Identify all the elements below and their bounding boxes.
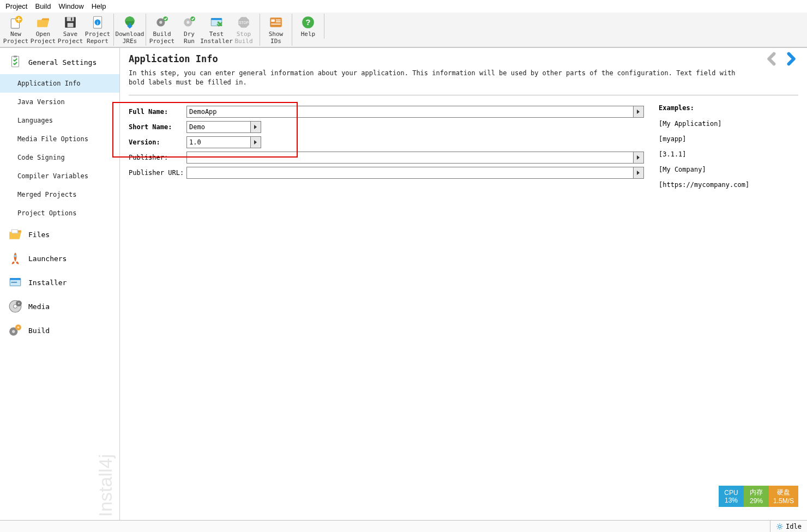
chevron-right-icon [636, 109, 641, 114]
svg-rect-5 [67, 17, 74, 21]
field-label: Publisher URL: [129, 169, 186, 177]
toolbar-label: Project Report [85, 31, 110, 45]
sidebar-item-merged-projects[interactable]: Merged Projects [0, 185, 119, 204]
nav-next-button[interactable] [783, 51, 798, 66]
toolbar-label: Test Installer [200, 31, 233, 45]
field-menu-button[interactable] [633, 167, 644, 179]
gear-icon [776, 523, 784, 530]
test-installer-icon [209, 15, 224, 29]
sidebar-item-java-version[interactable]: Java Version [0, 93, 119, 111]
svg-rect-30 [12, 229, 18, 233]
test-installer-button[interactable]: Test Installer [203, 14, 230, 46]
toolbar-label: Help [301, 31, 316, 38]
svg-rect-21 [270, 17, 282, 27]
nav-prev-button[interactable] [764, 51, 780, 66]
sidebar-section-build[interactable]: Build [0, 318, 119, 342]
chevron-right-icon [636, 155, 641, 160]
svg-rect-34 [11, 282, 17, 283]
menu-help[interactable]: Help [88, 1, 110, 11]
svg-rect-19 [211, 18, 222, 20]
show-ids-icon [269, 15, 283, 29]
svg-point-13 [159, 21, 162, 23]
example-text: [https://mycompany.com] [659, 177, 761, 192]
field-input-publisher[interactable] [186, 152, 634, 164]
sidebar-item-code-signing[interactable]: Code Signing [0, 148, 119, 167]
menu-project[interactable]: Project [2, 1, 31, 11]
form-row: Publisher: [129, 150, 652, 165]
form-fields: Full Name:Short Name:Version:Publisher:P… [129, 104, 652, 192]
statusbar: Idle [0, 520, 807, 532]
sidebar-section-launchers[interactable]: Launchers [0, 246, 119, 270]
field-label: Short Name: [129, 123, 186, 131]
svg-point-43 [779, 525, 781, 528]
svg-text:?: ? [305, 17, 310, 27]
chevron-right-icon [254, 140, 258, 145]
sidebar-item-project-options[interactable]: Project Options [0, 204, 119, 222]
sidebar-section-installer[interactable]: Installer [0, 270, 119, 294]
svg-point-42 [17, 327, 19, 329]
field-menu-button[interactable] [633, 106, 644, 118]
stop-build-icon: STOP [237, 15, 251, 29]
toolbar-label: Open Project [31, 31, 56, 45]
launchers-icon [8, 251, 23, 266]
show-ids-button[interactable]: Show IDs [262, 14, 290, 46]
svg-rect-7 [71, 17, 72, 20]
sidebar-item-languages[interactable]: Languages [0, 111, 119, 130]
field-menu-button[interactable] [633, 152, 644, 164]
example-text: [My Company] [659, 162, 761, 177]
download-jres-icon [123, 15, 137, 29]
sidebar-section-label: Media [28, 303, 50, 311]
field-input-full-name[interactable] [186, 106, 634, 118]
sidebar-section-label: Launchers [28, 255, 67, 263]
form-row: Publisher URL: [129, 165, 652, 180]
svg-line-51 [781, 524, 782, 524]
svg-rect-6 [68, 23, 74, 27]
project-report-button[interactable]: iProject Report [84, 14, 111, 46]
menu-window[interactable]: Window [55, 1, 87, 11]
field-input-publisher-url[interactable] [186, 167, 634, 179]
form-row: Short Name: [129, 119, 652, 135]
field-menu-button[interactable] [250, 136, 261, 148]
sidebar-section-label: Files [28, 231, 50, 239]
svg-point-16 [186, 21, 189, 23]
new-project-button[interactable]: New Project [2, 14, 29, 46]
chevron-right-icon [254, 124, 258, 130]
dry-run-button[interactable]: Dry Run [176, 14, 203, 46]
installer-icon [8, 275, 23, 290]
status-idle: Idle [770, 521, 807, 532]
sidebar-section-files[interactable]: Files [0, 222, 119, 246]
sidebar-item-media-file-options[interactable]: Media File Options [0, 130, 119, 148]
sidebar-item-application-info[interactable]: Application Info [0, 74, 119, 93]
sidebar-section-general-settings[interactable]: General Settings [0, 50, 119, 74]
svg-text:STOP: STOP [239, 21, 249, 25]
toolbar-label: New Project [3, 31, 28, 45]
build-icon [8, 323, 23, 338]
svg-text:i: i [97, 20, 98, 26]
stop-build-button: STOPStop Build [230, 14, 257, 46]
perf-disk: 硬盘 1.5M/S [769, 486, 798, 507]
sidebar-section-label: Build [28, 327, 50, 335]
open-project-icon [36, 15, 50, 29]
field-input-short-name[interactable] [186, 121, 251, 133]
field-menu-button[interactable] [250, 121, 261, 133]
menu-build[interactable]: Build [32, 1, 54, 11]
open-project-button[interactable]: Open Project [29, 14, 57, 46]
chevron-right-icon [636, 170, 641, 176]
toolbar-label: Show IDs [269, 31, 284, 45]
download-jres-button[interactable]: Download JREs [116, 14, 143, 46]
sidebar-section-media[interactable]: Media [0, 294, 119, 318]
field-input-version[interactable] [186, 136, 251, 148]
save-project-button[interactable]: Save Project [57, 14, 84, 46]
example-text: [myapp] [659, 131, 761, 147]
form-row: Full Name: [129, 104, 652, 119]
examples-column: Examples: [My Application][myapp][3.1.1]… [652, 104, 761, 192]
content-panel: Application Info In this step, you can e… [120, 48, 807, 520]
toolbar-label: Dry Run [184, 31, 195, 45]
build-project-button[interactable]: Build Project [148, 14, 176, 46]
build-project-icon [155, 15, 169, 29]
sidebar-item-compiler-variables[interactable]: Compiler Variables [0, 167, 119, 185]
svg-rect-28 [12, 56, 19, 67]
help-button[interactable]: ?Help [294, 14, 322, 39]
project-report-icon: i [91, 15, 105, 29]
example-text: [My Application] [659, 116, 761, 131]
